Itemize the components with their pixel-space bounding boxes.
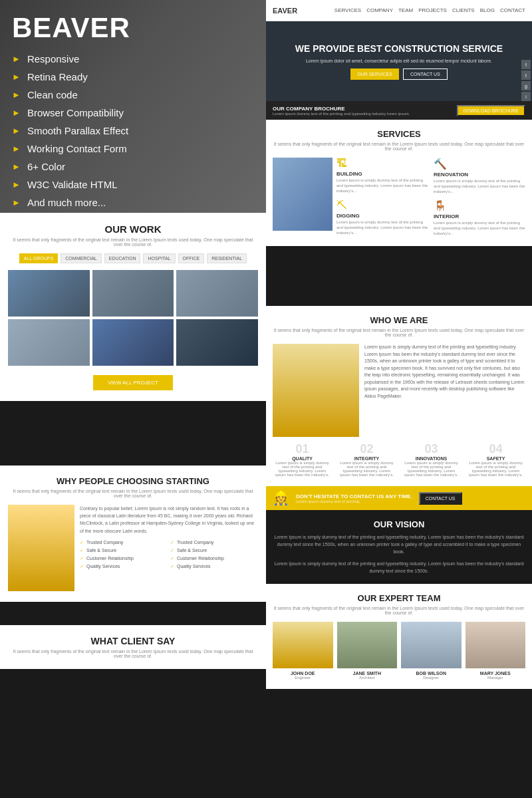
hero-section: WE PROVIDE BEST CONSTRUCTION SERVICE Lor… bbox=[266, 21, 532, 101]
check-1: ✓Trusted Company bbox=[80, 540, 168, 545]
navbar-logo: EAVER bbox=[273, 7, 297, 15]
cta-text: DON'T HESITATE TO CONTACT US ANY TIME. bbox=[296, 493, 412, 499]
team-photo-4 bbox=[466, 622, 526, 668]
stat-safety: 04 SAFETY Lorem ipsum is simply dummy te… bbox=[466, 442, 525, 477]
our-services-button[interactable]: OUR SERVICES bbox=[350, 68, 399, 80]
vision-title: OUR VISION bbox=[273, 519, 525, 529]
check-icon-8: ✓ bbox=[170, 564, 174, 569]
stat-integrity: 02 INTEGRITY Lorem ipsum is simply dummy… bbox=[337, 442, 396, 477]
arrow-icon-4: ► bbox=[12, 108, 21, 118]
work-image-3 bbox=[176, 270, 258, 317]
check-5: ✓Customer Relationship bbox=[80, 556, 168, 561]
download-brochure-button[interactable]: DOWNLOAD BROCHURE bbox=[457, 105, 525, 116]
digging-icon: ⛏ bbox=[336, 200, 428, 211]
feature-1: ►Responsive bbox=[12, 50, 128, 68]
arrow-icon-7: ► bbox=[12, 162, 21, 172]
right-lower-panel: WHO WE ARE It seems that only fragments … bbox=[266, 306, 532, 689]
cta-bar: 👷 DON'T HESITATE TO CONTACT US ANY TIME.… bbox=[266, 486, 532, 510]
filter-hospital[interactable]: HOSPITAL bbox=[143, 253, 175, 263]
services-section: SERVICES It seems that only fragments of… bbox=[266, 120, 532, 246]
navbar-links: SERVICES COMPANY TEAM PROJECTS CLIENTS B… bbox=[334, 7, 525, 13]
arrow-icon-9: ► bbox=[12, 198, 21, 207]
nav-blog[interactable]: BLOG bbox=[480, 7, 495, 13]
features-list: ►Responsive ►Retina Ready ►Clean code ►B… bbox=[12, 50, 128, 211]
arrow-icon-2: ► bbox=[12, 72, 21, 82]
client-section: WHAT CLIENT SAY It seems that only fragm… bbox=[0, 625, 266, 669]
check-icon-3: ✓ bbox=[80, 548, 84, 553]
nav-projects[interactable]: PROJECTS bbox=[418, 7, 447, 13]
filter-tabs: ALL GROUPS COMMERCIAL EDUCATION HOSPITAL… bbox=[8, 253, 258, 263]
hero-subtitle: Lorem ipsum dolor sit amet, consectetur … bbox=[306, 59, 492, 63]
filter-office[interactable]: OFFICE bbox=[178, 253, 205, 263]
team-title: OUR EXPERT TEAM bbox=[273, 593, 525, 603]
cta-contact-button[interactable]: CONTACT US bbox=[419, 492, 462, 505]
nav-services[interactable]: SERVICES bbox=[334, 7, 361, 13]
feature-8: ►W3C Validate HTML bbox=[12, 176, 128, 194]
client-title: WHAT CLIENT SAY bbox=[8, 636, 258, 646]
service-interior: 🪑 INTERIOR Lorem ipsum is simply dummy t… bbox=[434, 200, 525, 236]
cta-person-icon: 👷 bbox=[273, 490, 289, 506]
hero-title: WE PROVIDE BEST CONSTRUCTION SERVICE bbox=[295, 43, 503, 55]
nav-company[interactable]: COMPANY bbox=[366, 7, 393, 13]
cta-desc: Lorem ipsum dummy text of printing. bbox=[296, 499, 412, 503]
check-8: ✓Quality Services bbox=[170, 564, 258, 569]
instagram-button[interactable]: i bbox=[521, 92, 531, 101]
work-image-4 bbox=[8, 319, 90, 366]
team-photo-1 bbox=[273, 622, 333, 668]
our-work-section: OUR WORK It seems that only fragments of… bbox=[0, 213, 266, 401]
filter-all[interactable]: ALL GROUPS bbox=[19, 253, 58, 263]
check-4: ✓Safe & Secure bbox=[170, 548, 258, 553]
our-work-title: OUR WORK bbox=[8, 223, 258, 235]
team-name-3: BOB WILSON bbox=[401, 671, 462, 676]
services-grid: 🏗 BUILDING Lorem ipsum is simply dummy t… bbox=[273, 158, 525, 237]
arrow-icon-1: ► bbox=[12, 54, 21, 64]
google-plus-button[interactable]: g bbox=[521, 81, 531, 90]
check-icon-6: ✓ bbox=[170, 556, 174, 561]
feature-3: ►Clean code bbox=[12, 86, 128, 104]
service-digging: ⛏ DIGGING Lorem ipsum is simply dummy te… bbox=[336, 200, 428, 236]
who-text: Lorem ipsum is simply dummy text of the … bbox=[364, 344, 525, 437]
check-icon-5: ✓ bbox=[80, 556, 84, 561]
check-3: ✓Safe & Secure bbox=[80, 548, 168, 553]
nav-clients[interactable]: CLIENTS bbox=[452, 7, 475, 13]
team-name-1: JOHN DOE bbox=[273, 671, 333, 676]
nav-team[interactable]: TEAM bbox=[398, 7, 413, 13]
filter-education[interactable]: EDUCATION bbox=[104, 253, 141, 263]
who-title: WHO WE ARE bbox=[273, 315, 525, 325]
brochure-desc: Lorem ipsum dummy text of the printing a… bbox=[273, 112, 450, 116]
filter-residential[interactable]: RESIDENTIAL bbox=[207, 253, 247, 263]
nav-contact[interactable]: CONTACT bbox=[500, 7, 525, 13]
twitter-button[interactable]: t bbox=[521, 70, 531, 80]
check-icon-7: ✓ bbox=[80, 564, 84, 569]
team-member-1: JOHN DOE Engineer bbox=[273, 622, 333, 680]
right-panel: EAVER SERVICES COMPANY TEAM PROJECTS CLI… bbox=[266, 0, 532, 246]
check-7: ✓Quality Services bbox=[80, 564, 168, 569]
filter-commercial[interactable]: COMMERCIAL bbox=[61, 253, 101, 263]
services-title: SERVICES bbox=[273, 129, 525, 139]
who-section: WHO WE ARE It seems that only fragments … bbox=[266, 306, 532, 486]
team-name-4: MARY JONES bbox=[466, 671, 526, 676]
checkmarks: ✓Trusted Company ✓Trusted Company ✓Safe … bbox=[80, 540, 258, 569]
vision-text1: Lorem Ipsum is simply dummy text of the … bbox=[273, 533, 525, 556]
team-member-2: JANE SMITH Architect bbox=[337, 622, 398, 680]
who-image bbox=[273, 344, 359, 437]
hero-buttons: OUR SERVICES CONTACT US bbox=[350, 68, 448, 80]
services-subtitle: It seems that only fragments of the orig… bbox=[273, 142, 525, 151]
brochure-left: OUR COMPANY BROCHURE Lorem ipsum dummy t… bbox=[273, 106, 450, 116]
vision-text2: Lorem Ipsum is simply dummy text of the … bbox=[273, 560, 525, 575]
contact-us-hero-button[interactable]: CONTACT US bbox=[403, 68, 448, 80]
team-name-2: JANE SMITH bbox=[337, 671, 398, 676]
why-section: WHY PEOPLE CHOOSING STARTING It seems th… bbox=[0, 466, 266, 602]
stat-innovations: 03 INNOVATIONS Lorem ipsum is simply dum… bbox=[402, 442, 461, 477]
facebook-button[interactable]: f bbox=[521, 60, 531, 69]
who-stats: 01 QUALITY Lorem ipsum is simply dummy t… bbox=[273, 442, 525, 477]
service-renovation: 🔨 RENOVATION Lorem ipsum is simply dummy… bbox=[434, 158, 525, 194]
why-content: Contrary to popular belief, Lorem Ipsum … bbox=[8, 505, 258, 591]
team-member-4: MARY JONES Manager bbox=[466, 622, 526, 680]
view-all-button[interactable]: VIEW ALL PROJECT bbox=[93, 375, 173, 390]
team-role-2: Architect bbox=[337, 676, 398, 680]
who-subtitle: It seems that only fragments of the orig… bbox=[273, 328, 525, 337]
check-icon-1: ✓ bbox=[80, 540, 84, 545]
work-image-2 bbox=[92, 270, 174, 317]
feature-2: ►Retina Ready bbox=[12, 68, 128, 86]
